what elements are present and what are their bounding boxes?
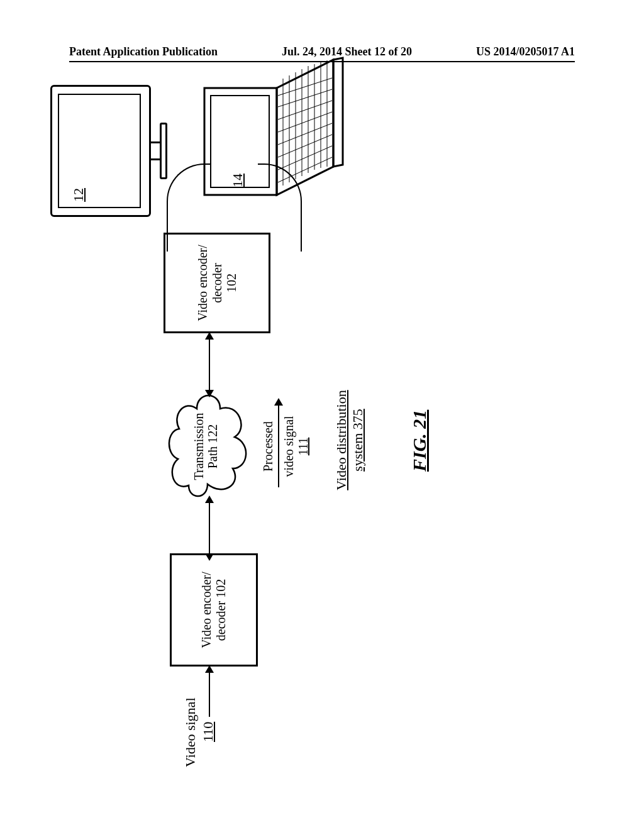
svg-line-12 <box>278 157 332 182</box>
processed-line2: video signal <box>282 390 296 503</box>
laptop-icon: 14 <box>201 57 352 214</box>
figure-diagram: Video signal 110 Video encoder/ decoder … <box>0 189 644 692</box>
encoder-right-line2: decoder <box>210 235 225 331</box>
video-signal-label: Video signal <box>182 698 199 768</box>
svg-line-16 <box>278 112 332 132</box>
encoder-left-line1: Video encoder/ <box>199 555 214 665</box>
figure-number: FIG. 21 <box>409 410 430 472</box>
double-arrow-icon <box>209 503 210 553</box>
processed-line3: 111 <box>296 390 311 503</box>
svg-line-13 <box>278 146 332 170</box>
vds-line2: system 375 <box>350 377 366 503</box>
encoder-right-line3: 102 <box>225 235 239 331</box>
svg-line-18 <box>278 89 332 107</box>
video-signal-ref-number: 110 <box>200 722 216 742</box>
video-distribution-system-label: Video distribution system 375 <box>333 377 367 503</box>
svg-line-15 <box>278 123 332 145</box>
svg-line-14 <box>278 135 332 157</box>
cloud-line1: Transmission <box>192 390 206 503</box>
header-left: Patent Application Publication <box>69 45 218 58</box>
laptop-ref-number: 14 <box>230 174 246 187</box>
svg-line-17 <box>278 101 332 119</box>
encoder-box-left: Video encoder/ decoder 102 <box>170 553 258 667</box>
double-arrow-icon <box>209 340 210 390</box>
processed-line1: Processed <box>261 390 275 503</box>
svg-line-19 <box>278 78 332 96</box>
processed-signal-label: Processed video signal 111 <box>261 390 311 503</box>
cloud-line2: Path 122 <box>206 390 219 503</box>
monitor-ref-number: 12 <box>70 188 87 202</box>
encoder-left-line2: decoder 102 <box>214 555 228 665</box>
transmission-cloud: Transmission Path 122 <box>160 390 255 503</box>
arrow-icon <box>209 673 210 717</box>
monitor-icon: 12 <box>50 85 170 217</box>
svg-marker-3 <box>333 58 343 167</box>
header-right: US 2014/0205017 A1 <box>476 45 575 58</box>
vds-line1: Video distribution <box>333 377 350 503</box>
arrow-icon <box>278 406 279 487</box>
